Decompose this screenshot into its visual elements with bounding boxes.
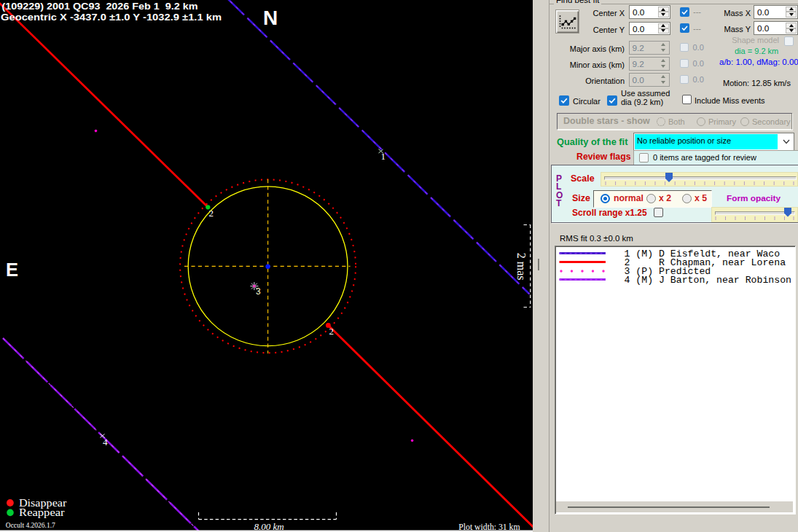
svg-text:E: E [6, 259, 18, 280]
svg-text:2: 2 [329, 326, 335, 337]
svg-text:4: 4 [103, 437, 108, 447]
svg-text:Geocentric X -3437.0 ±1.0 Y -1: Geocentric X -3437.0 ±1.0 Y -1032.9 ±1.1… [1, 12, 222, 23]
svg-text:(109229) 2001 QC93 2026 Feb 1: (109229) 2001 QC93 2026 Feb 1 9.2 km [2, 1, 198, 12]
svg-text:Plot width: 31 km: Plot width: 31 km [458, 521, 520, 532]
svg-text:1: 1 [381, 151, 386, 162]
svg-text:2: 2 [209, 208, 214, 219]
svg-text:Reappear: Reappear [19, 506, 65, 518]
svg-text:8.00 km: 8.00 km [254, 521, 283, 532]
svg-text:N: N [263, 7, 278, 29]
svg-text:Occult 4.2026.1.7: Occult 4.2026.1.7 [6, 521, 55, 529]
svg-text:3: 3 [256, 286, 261, 297]
svg-text:2 mas: 2 mas [515, 253, 528, 281]
